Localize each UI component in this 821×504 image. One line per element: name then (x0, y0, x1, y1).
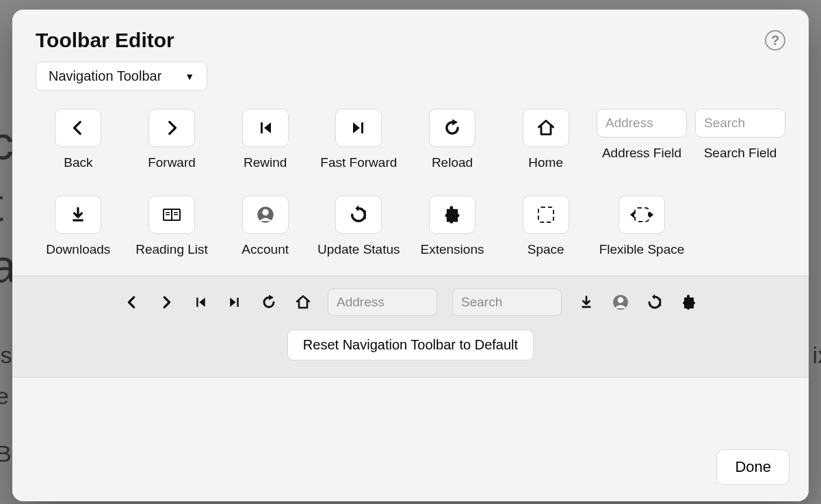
address-placeholder: Address (605, 116, 653, 131)
svg-point-11 (262, 209, 268, 215)
palette-item-space[interactable]: Space (503, 196, 588, 258)
preview-address-field[interactable]: Address (328, 289, 437, 316)
preview-home[interactable] (294, 293, 313, 312)
svg-rect-6 (166, 212, 170, 213)
palette-item-account[interactable]: Account (222, 196, 308, 258)
svg-point-20 (660, 304, 662, 306)
palette-item-rewind[interactable]: Rewind (222, 109, 308, 171)
forward-icon (163, 119, 181, 137)
toolbar-preview-row: Address Search (122, 289, 699, 316)
help-button[interactable]: ? (765, 30, 785, 51)
palette-item-label: Downloads (46, 242, 110, 258)
preview-back[interactable] (122, 293, 142, 312)
palette-item-search-field[interactable]: Search Search Field (695, 109, 785, 171)
palette-item-label: Reading List (135, 242, 208, 258)
fast-forward-icon (350, 120, 367, 136)
address-placeholder: Address (337, 295, 385, 310)
palette-item-label: Back (64, 155, 92, 171)
downloads-icon (69, 206, 87, 224)
svg-rect-2 (73, 219, 83, 221)
search-placeholder: Search (461, 295, 502, 310)
palette-item-fast-forward[interactable]: Fast Forward (316, 109, 402, 171)
extensions-icon (681, 294, 697, 310)
palette-item-label: Extensions (421, 242, 484, 258)
palette-item-label: Home (528, 155, 563, 171)
rewind-icon (257, 120, 274, 136)
space-icon (538, 207, 554, 223)
back-icon (69, 119, 87, 137)
preview-downloads[interactable] (577, 293, 596, 312)
done-button-label: Done (735, 458, 771, 475)
svg-point-19 (660, 298, 662, 300)
background-page-text: e (0, 383, 9, 410)
palette-item-label: Update Status (317, 242, 400, 258)
help-icon: ? (771, 33, 779, 49)
search-placeholder: Search (704, 116, 745, 131)
svg-rect-1 (361, 122, 363, 133)
fast-forward-icon (228, 295, 242, 309)
extensions-icon (443, 205, 462, 224)
preview-forward[interactable] (157, 293, 176, 312)
palette-item-address-field[interactable]: Address Address Field (597, 109, 687, 171)
dialog-title: Toolbar Editor (36, 29, 174, 52)
toolbar-items-palette: Back Forward Rewind Fast Forward Reload (12, 91, 809, 276)
palette-item-flexible-space[interactable]: Flexible Space (597, 196, 687, 258)
preview-reload[interactable] (259, 293, 278, 312)
preview-search-field[interactable]: Search (452, 289, 562, 316)
palette-item-update-status[interactable]: Update Status (316, 196, 402, 258)
reset-toolbar-button[interactable]: Reset Navigation Toolbar to Default (287, 330, 534, 360)
svg-rect-9 (174, 214, 178, 215)
home-icon (295, 294, 311, 310)
reset-button-label: Reset Navigation Toolbar to Default (303, 337, 518, 352)
done-button[interactable]: Done (716, 449, 790, 485)
svg-rect-14 (196, 297, 198, 306)
toolbar-select[interactable]: Navigation Toolbar ▼ (36, 62, 207, 91)
palette-item-label: Account (242, 242, 289, 258)
palette-item-label: Flexible Space (599, 242, 685, 258)
reload-icon (261, 294, 277, 310)
svg-rect-15 (237, 297, 239, 306)
preview-extensions[interactable] (679, 293, 699, 312)
background-page-text: B (0, 440, 12, 467)
palette-item-extensions[interactable]: Extensions (410, 196, 495, 258)
reload-icon (443, 118, 462, 137)
svg-rect-16 (582, 306, 591, 308)
background-page-text: ix (812, 342, 821, 369)
palette-item-home[interactable]: Home (503, 109, 588, 171)
account-icon (256, 205, 275, 224)
preview-fast-forward[interactable] (225, 293, 244, 312)
palette-item-reading-list[interactable]: Reading List (129, 196, 215, 258)
preview-update-status[interactable] (645, 293, 664, 312)
svg-rect-7 (166, 214, 170, 215)
background-page-text: t (0, 178, 3, 231)
toolbar-editor-dialog: Toolbar Editor ? Navigation Toolbar ▼ Ba… (12, 10, 809, 501)
forward-icon (159, 295, 174, 310)
home-icon (536, 118, 556, 137)
chevron-down-icon: ▼ (185, 71, 194, 82)
palette-item-label: Forward (148, 155, 196, 171)
palette-item-label: Rewind (244, 155, 287, 171)
toolbar-select-value: Navigation Toolbar (49, 68, 161, 84)
palette-item-label: Address Field (602, 146, 681, 161)
svg-rect-8 (174, 212, 178, 213)
background-page-text: c (0, 116, 13, 170)
rewind-icon (194, 295, 207, 309)
background-page-text: 's (0, 342, 12, 369)
palette-item-back[interactable]: Back (36, 109, 121, 171)
svg-point-18 (618, 297, 624, 303)
palette-item-label: Search Field (704, 146, 777, 161)
search-field-preview: Search (695, 109, 785, 137)
preview-account[interactable] (611, 293, 630, 312)
update-status-icon (647, 294, 663, 310)
palette-item-reload[interactable]: Reload (410, 109, 495, 171)
flexible-space-icon (630, 207, 653, 222)
svg-point-13 (364, 217, 367, 220)
palette-item-label: Space (527, 242, 564, 258)
address-field-preview: Address (597, 109, 687, 137)
palette-item-forward[interactable]: Forward (129, 109, 215, 171)
downloads-icon (579, 295, 594, 310)
palette-item-downloads[interactable]: Downloads (36, 196, 121, 258)
palette-item-label: Reload (432, 155, 473, 171)
preview-rewind[interactable] (191, 293, 210, 312)
reading-list-icon (161, 207, 182, 223)
